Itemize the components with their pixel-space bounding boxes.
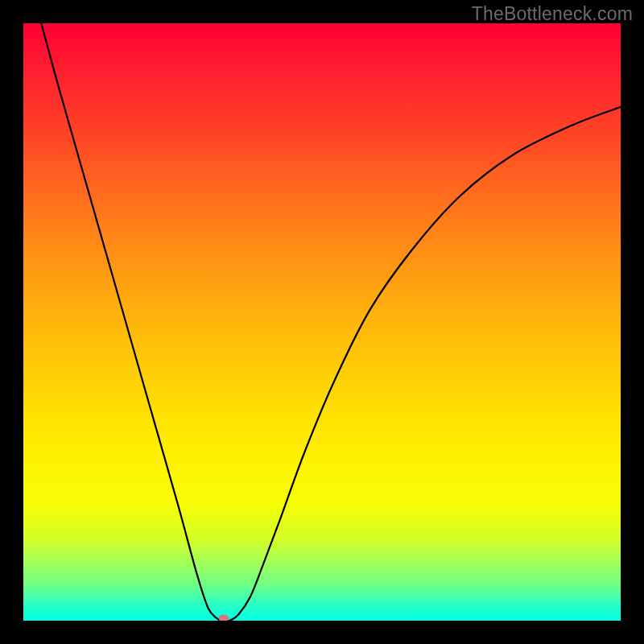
min-point-dot: [218, 615, 229, 621]
chart-frame: TheBottleneck.com: [0, 0, 644, 644]
gradient-background: [23, 23, 621, 621]
watermark-text: TheBottleneck.com: [472, 3, 633, 25]
plot-area: [23, 23, 621, 621]
